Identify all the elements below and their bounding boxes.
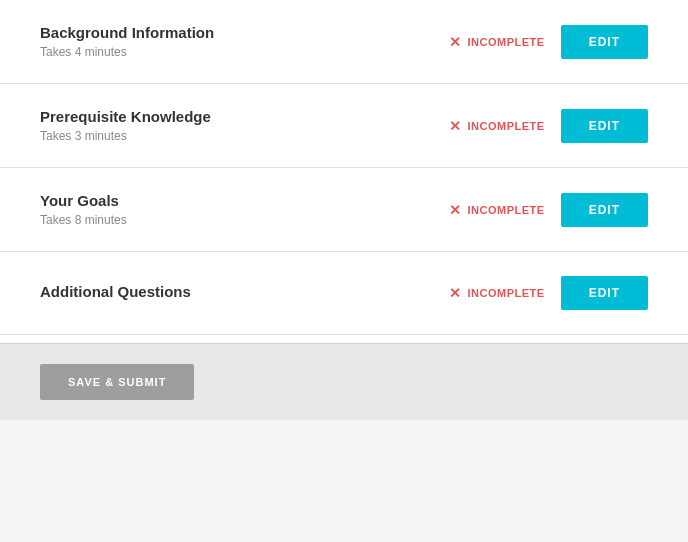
footer-bar: SAVE & SUBMIT (0, 343, 688, 420)
incomplete-badge-your-goals: ✕INCOMPLETE (449, 202, 545, 218)
x-icon: ✕ (449, 118, 462, 134)
status-text-your-goals: INCOMPLETE (468, 204, 545, 216)
section-row-background-information: Background InformationTakes 4 minutes✕IN… (0, 0, 688, 84)
section-title-your-goals: Your Goals (40, 192, 449, 209)
incomplete-badge-additional-questions: ✕INCOMPLETE (449, 285, 545, 301)
section-info-background-information: Background InformationTakes 4 minutes (40, 24, 449, 59)
edit-button-background-information[interactable]: EDIT (561, 25, 648, 59)
section-row-additional-questions: Additional Questions✕INCOMPLETEEDIT (0, 252, 688, 335)
incomplete-badge-prerequisite-knowledge: ✕INCOMPLETE (449, 118, 545, 134)
status-text-additional-questions: INCOMPLETE (468, 287, 545, 299)
section-title-background-information: Background Information (40, 24, 449, 41)
section-info-additional-questions: Additional Questions (40, 283, 449, 304)
section-time-background-information: Takes 4 minutes (40, 45, 449, 59)
save-submit-button[interactable]: SAVE & SUBMIT (40, 364, 194, 400)
x-icon: ✕ (449, 34, 462, 50)
status-text-prerequisite-knowledge: INCOMPLETE (468, 120, 545, 132)
section-title-additional-questions: Additional Questions (40, 283, 449, 300)
status-text-background-information: INCOMPLETE (468, 36, 545, 48)
section-info-prerequisite-knowledge: Prerequisite KnowledgeTakes 3 minutes (40, 108, 449, 143)
section-actions-your-goals: ✕INCOMPLETEEDIT (449, 193, 648, 227)
edit-button-prerequisite-knowledge[interactable]: EDIT (561, 109, 648, 143)
x-icon: ✕ (449, 285, 462, 301)
edit-button-additional-questions[interactable]: EDIT (561, 276, 648, 310)
section-actions-background-information: ✕INCOMPLETEEDIT (449, 25, 648, 59)
section-row-prerequisite-knowledge: Prerequisite KnowledgeTakes 3 minutes✕IN… (0, 84, 688, 168)
main-content: Background InformationTakes 4 minutes✕IN… (0, 0, 688, 420)
section-time-prerequisite-knowledge: Takes 3 minutes (40, 129, 449, 143)
section-actions-additional-questions: ✕INCOMPLETEEDIT (449, 276, 648, 310)
incomplete-badge-background-information: ✕INCOMPLETE (449, 34, 545, 50)
section-time-your-goals: Takes 8 minutes (40, 213, 449, 227)
section-info-your-goals: Your GoalsTakes 8 minutes (40, 192, 449, 227)
edit-button-your-goals[interactable]: EDIT (561, 193, 648, 227)
section-row-your-goals: Your GoalsTakes 8 minutes✕INCOMPLETEEDIT (0, 168, 688, 252)
x-icon: ✕ (449, 202, 462, 218)
section-title-prerequisite-knowledge: Prerequisite Knowledge (40, 108, 449, 125)
section-actions-prerequisite-knowledge: ✕INCOMPLETEEDIT (449, 109, 648, 143)
